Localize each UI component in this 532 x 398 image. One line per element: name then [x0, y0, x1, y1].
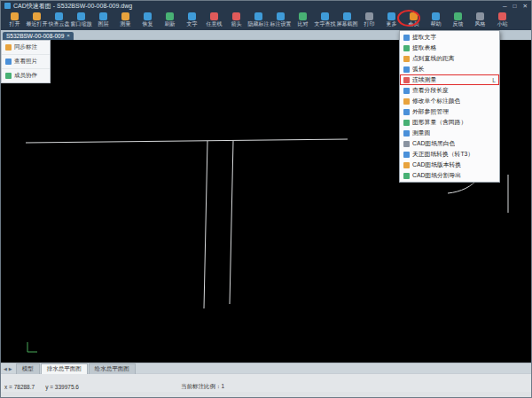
minimize-button[interactable]: ─ [503, 3, 507, 10]
toolbar-button[interactable]: 风格 [469, 12, 491, 27]
toolbar-button-label: 恢复 [143, 21, 153, 27]
menu-item-label: 修改单个标注颜色 [412, 97, 460, 105]
toolbar-button-icon [410, 12, 418, 20]
menu-item[interactable]: 图形算量（含回路） [400, 117, 499, 128]
document-tab[interactable]: S532BSW-00-008-009 × [3, 32, 74, 40]
collaboration-panel-item[interactable]: 成员协作 [2, 69, 50, 82]
menu-item[interactable]: 提取文字 [400, 32, 499, 43]
toolbar-button-label: 打开 [10, 21, 20, 27]
sheet-tab[interactable]: 排水总平面图 [41, 363, 88, 374]
toolbar-button[interactable]: 文字 [181, 12, 203, 27]
toolbar-button[interactable]: 打开 [4, 12, 26, 27]
toolbar-button-label: 刷新 [165, 21, 176, 27]
menu-item[interactable]: 点到直线的距离 [400, 53, 499, 64]
toolbar-button-label: 图层 [98, 21, 109, 27]
app-window: CAD快速看图 - S532BSW-00-008-009.dwg ─ □ ✕ 打… [0, 0, 532, 398]
menu-item[interactable]: CAD图纸分割导出 [400, 170, 499, 181]
menu-item-icon [403, 88, 410, 94]
toolbar-button[interactable]: 图层 [92, 12, 114, 27]
toolbar-button-icon [166, 12, 174, 20]
coordinate-y: y = 339975.6 [45, 384, 79, 390]
sheet-tab[interactable]: 给水总平面图 [89, 363, 136, 374]
menu-item-label: 连续测量 [412, 75, 436, 84]
toolbar-button[interactable]: 箭头 [225, 12, 247, 27]
menu-item-label: 天正图纸转换（转T3） [412, 150, 473, 159]
menu-item[interactable]: 天正图纸转换（转T3） [400, 149, 499, 160]
menu-item[interactable]: 修改单个标注颜色 [400, 96, 499, 106]
annotation-scale: 当前标注比例：1 [181, 383, 224, 391]
toolbar-button-label: 会员 [409, 21, 419, 27]
menu-item-icon [403, 141, 410, 147]
collaboration-panel-item[interactable]: 查看照片 [2, 55, 50, 69]
menu-item[interactable]: 连续测量 L [400, 74, 499, 85]
toolbar-button-icon [454, 12, 462, 20]
toolbar-button[interactable]: 小站 [491, 12, 513, 27]
sheet-nav-prev-icon[interactable]: ◀ [4, 366, 7, 371]
menu-item[interactable]: 测量圆 [400, 128, 499, 138]
toolbar-button[interactable]: 任意线 [203, 12, 225, 27]
collaboration-panel-item[interactable]: 同步标注 [2, 41, 50, 55]
toolbar-button[interactable]: 标注设置 [270, 12, 292, 27]
toolbar-button[interactable]: 屏幕截图 [336, 12, 358, 27]
toolbar-button-icon [343, 12, 351, 20]
sheet-nav-next-icon[interactable]: ▶ [9, 366, 12, 371]
toolbar-button-label: 文字查找 [315, 21, 336, 27]
menu-item-icon [403, 109, 410, 115]
toolbar-button-label: 最近打开 [27, 21, 48, 27]
menu-item-label: 外部参照管理 [412, 107, 449, 116]
panel-item-label: 查看照片 [14, 58, 37, 66]
tools-dropdown-menu: 提取文字 提取表格 点到直线的距离 弧长 [399, 30, 500, 183]
toolbar-button-label: 窗口缩放 [71, 21, 92, 27]
toolbar-button[interactable]: 会员 [403, 12, 425, 27]
toolbar-button-label: 隐藏标注 [248, 21, 270, 27]
toolbar-button[interactable]: 文字查找 [314, 12, 336, 27]
document-tab-close-icon[interactable]: × [66, 32, 70, 40]
panel-item-label: 同步标注 [14, 43, 37, 51]
toolbar-button-label: 箭头 [231, 21, 242, 27]
toolbar-button-icon [210, 12, 218, 20]
toolbar-button-label: 帮助 [431, 21, 442, 27]
toolbar-button[interactable]: 隐藏标注 [247, 12, 270, 27]
maximize-button[interactable]: □ [513, 3, 517, 10]
menu-item[interactable]: 弧长 [400, 64, 499, 74]
menu-item[interactable]: CAD图纸版本转换 [400, 160, 499, 170]
sheet-tab[interactable]: 模型 [16, 363, 40, 374]
toolbar-button[interactable]: 最近打开 [26, 12, 48, 27]
toolbar-button[interactable]: 窗口缩放 [70, 12, 92, 27]
toolbar-button-icon [387, 12, 395, 20]
menu-item[interactable]: 查看分段长度 [400, 85, 499, 96]
menu-item[interactable]: CAD图纸黑白色 [400, 138, 499, 149]
title-bar: CAD快速看图 - S532BSW-00-008-009.dwg ─ □ ✕ [1, 1, 531, 11]
coordinate-x: x = 78288.7 [4, 384, 35, 390]
toolbar-button[interactable]: 帮助 [425, 12, 447, 27]
menu-item-shortcut: L [492, 77, 496, 83]
toolbar-button-icon [33, 12, 41, 20]
menu-item-icon [403, 56, 410, 62]
menu-item-label: CAD图纸分割导出 [412, 171, 461, 180]
main-toolbar: 打开 最近打开 快查云盘 窗口缩放 图层 [1, 11, 531, 30]
toolbar-button[interactable]: 比对 [292, 12, 314, 27]
toolbar-button[interactable]: 测量 [114, 12, 137, 27]
toolbar-button[interactable]: 打印 [358, 12, 380, 27]
toolbar-button[interactable]: 反馈 [447, 12, 469, 27]
close-button[interactable]: ✕ [523, 3, 528, 10]
menu-item-icon [403, 77, 410, 83]
toolbar-button[interactable]: 快查云盘 [48, 12, 70, 27]
menu-item[interactable]: 外部参照管理 [400, 106, 499, 117]
toolbar-button-label: 比对 [298, 21, 309, 27]
toolbar-button-label: 更多 [387, 21, 397, 27]
toolbar-button[interactable]: 刷新 [159, 12, 181, 27]
toolbar-button-icon [188, 12, 196, 20]
menu-item-icon [403, 152, 410, 158]
toolbar-button-label: 文字 [187, 21, 198, 27]
menu-item-label: 图形算量（含回路） [412, 118, 466, 127]
toolbar-button[interactable]: 恢复 [137, 12, 159, 27]
menu-item-label: 查看分段长度 [412, 86, 449, 95]
toolbar-button-label: 风格 [475, 21, 486, 27]
panel-item-icon [5, 44, 12, 51]
toolbar-button-icon [498, 12, 506, 20]
toolbar-button-icon [432, 12, 440, 20]
menu-item-label: CAD图纸黑白色 [412, 139, 455, 148]
toolbar-button[interactable]: 更多 [380, 12, 403, 27]
menu-item[interactable]: 提取表格 [400, 43, 499, 53]
